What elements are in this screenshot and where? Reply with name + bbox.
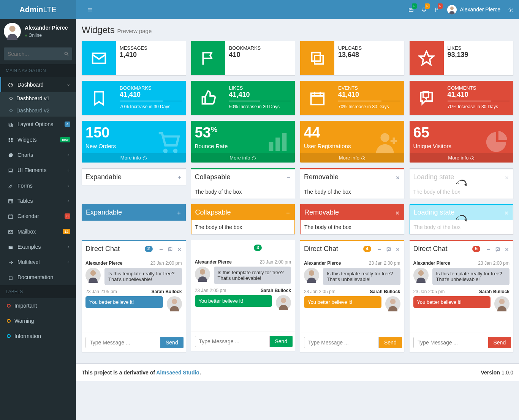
expand-button[interactable] bbox=[176, 209, 182, 215]
chat-input[interactable] bbox=[304, 337, 379, 348]
chat-badge: 2 bbox=[145, 246, 153, 252]
sidebar-item-forms[interactable]: Forms bbox=[0, 178, 76, 193]
expand-button[interactable] bbox=[177, 174, 182, 180]
nav-user[interactable]: Alexander Pierce bbox=[447, 5, 500, 14]
avatar bbox=[4, 23, 21, 40]
chat-badge: 4 bbox=[363, 246, 371, 252]
share-icon bbox=[8, 260, 13, 265]
remove-button[interactable] bbox=[395, 174, 400, 180]
collapse-button[interactable] bbox=[286, 174, 291, 180]
user-status[interactable]: Online bbox=[25, 33, 42, 38]
sidebar-item-dashboard-v2[interactable]: Dashboard v2 bbox=[0, 104, 76, 117]
book-icon bbox=[8, 275, 13, 281]
contacts-button[interactable] bbox=[386, 246, 391, 252]
refresh-icon bbox=[456, 179, 467, 189]
chevron-down-icon bbox=[66, 83, 70, 87]
remove-button[interactable] bbox=[504, 246, 510, 252]
avatar bbox=[304, 268, 319, 283]
collapse-button[interactable] bbox=[285, 209, 291, 215]
remove-button[interactable] bbox=[286, 245, 291, 251]
footer-link[interactable]: Almsaeed Studio bbox=[156, 369, 199, 376]
sidebar-item-examples[interactable]: Examples bbox=[0, 239, 76, 254]
label-information[interactable]: Information bbox=[0, 328, 76, 344]
small-box-bounce: 53%Bounce RateMore info bbox=[191, 121, 295, 163]
info-box-bookmarks2: BOOKMARKS41,41070% Increase in 30 Days bbox=[82, 81, 186, 115]
comments-icon bbox=[168, 247, 173, 252]
chat-msg-time: 23 Jan 2:05 pm bbox=[85, 289, 117, 294]
sidebar-item-ui[interactable]: UI Elements bbox=[0, 163, 76, 178]
circle-red-icon bbox=[7, 304, 11, 308]
files-icon bbox=[8, 122, 13, 128]
sidebar-item-widgets[interactable]: Widgetsnew bbox=[0, 132, 76, 147]
sidebar-item-mailbox[interactable]: Mailbox12 bbox=[0, 224, 76, 239]
comments-icon bbox=[277, 246, 282, 251]
send-button[interactable]: Send bbox=[160, 337, 184, 348]
nav-tasks[interactable]: 5 bbox=[434, 6, 440, 13]
plus-icon bbox=[176, 210, 182, 216]
dashboard-icon bbox=[8, 82, 13, 88]
logo[interactable]: AdminLTE bbox=[0, 0, 76, 19]
nav-control[interactable] bbox=[508, 6, 513, 13]
sidebar-item-dashboard[interactable]: Dashboard bbox=[0, 77, 76, 92]
content-header: Widgets Preview page bbox=[76, 19, 519, 41]
minus-icon bbox=[486, 247, 491, 252]
remove-button[interactable] bbox=[395, 246, 400, 252]
nav-messages[interactable]: 5 bbox=[408, 6, 414, 13]
nav-notifications[interactable]: 5 bbox=[421, 6, 427, 13]
sidebar-item-tables[interactable]: Tables bbox=[0, 193, 76, 208]
envelope-icon bbox=[82, 41, 116, 75]
sidebar-item-calendar[interactable]: Calendar3 bbox=[0, 208, 76, 224]
chat-badge: 3 bbox=[254, 245, 262, 251]
sidebar-item-multilevel[interactable]: Multilevel bbox=[0, 254, 76, 270]
collapse-button[interactable] bbox=[377, 246, 382, 252]
sidebar-item-layout[interactable]: Layout Options4 bbox=[0, 117, 76, 132]
avatar bbox=[85, 268, 101, 283]
remove-button[interactable] bbox=[395, 209, 400, 215]
search-button[interactable] bbox=[64, 51, 69, 57]
chat-input[interactable] bbox=[195, 336, 270, 347]
contacts-button[interactable] bbox=[168, 246, 173, 252]
direct-chat-box: Direct Chat 2 Alexander Pierce23 Jan 2:0… bbox=[82, 240, 186, 352]
info-box-messages: MESSAGES1,410 bbox=[82, 41, 186, 75]
chat-input[interactable] bbox=[85, 337, 160, 348]
avatar bbox=[167, 296, 182, 311]
small-box-registrations: 44User RegistrationsMore info bbox=[300, 121, 404, 163]
circle-aqua-icon bbox=[7, 334, 11, 338]
sidebar-item-charts[interactable]: Charts bbox=[0, 147, 76, 163]
label-warning[interactable]: Warning bbox=[0, 313, 76, 328]
contacts-button[interactable] bbox=[495, 246, 500, 252]
box-solid-removable: RemovableThe body of the box bbox=[300, 204, 404, 234]
remove-button[interactable] bbox=[177, 246, 182, 252]
page-subtitle: Preview page bbox=[117, 28, 152, 34]
main-sidebar: Alexander Pierce Online MAIN NAVIGATION … bbox=[0, 0, 76, 420]
chat-msg-time: 23 Jan 2:00 pm bbox=[369, 261, 400, 266]
pie-chart-icon bbox=[8, 153, 13, 158]
label-important[interactable]: Important bbox=[0, 298, 76, 313]
calendar-icon bbox=[300, 81, 334, 115]
search-input[interactable] bbox=[4, 47, 72, 60]
collapse-button[interactable] bbox=[267, 245, 273, 251]
chat-msg-text: You better believe it! bbox=[195, 295, 272, 307]
avatar bbox=[447, 5, 457, 14]
chat-msg-name: Sarah Bullock bbox=[151, 289, 182, 294]
send-button[interactable]: Send bbox=[488, 337, 511, 348]
send-button[interactable]: Send bbox=[379, 337, 402, 348]
send-button[interactable]: Send bbox=[270, 336, 293, 347]
table-icon bbox=[8, 199, 13, 204]
info-box-events: EVENTS41,41070% Increase in 30 Days bbox=[300, 81, 404, 115]
th-icon bbox=[8, 137, 13, 143]
envelope-icon bbox=[8, 229, 13, 235]
sidebar-item-dashboard-v1[interactable]: Dashboard v1 bbox=[0, 92, 76, 104]
chat-msg-name: Sarah Bullock bbox=[261, 288, 291, 293]
collapse-button[interactable] bbox=[486, 246, 491, 252]
star-icon bbox=[410, 41, 444, 75]
box-solid-collapsable: CollapsableThe body of the box bbox=[191, 204, 295, 234]
chat-msg-time: 23 Jan 2:00 pm bbox=[150, 261, 182, 266]
bookmark-icon bbox=[82, 81, 116, 115]
collapse-button[interactable] bbox=[158, 246, 164, 252]
shopping-cart-icon bbox=[155, 125, 182, 155]
chat-input[interactable] bbox=[413, 337, 488, 348]
sidebar-toggle[interactable] bbox=[82, 1, 98, 18]
sidebar-item-documentation[interactable]: Documentation bbox=[0, 270, 76, 285]
contacts-button[interactable] bbox=[277, 245, 282, 251]
